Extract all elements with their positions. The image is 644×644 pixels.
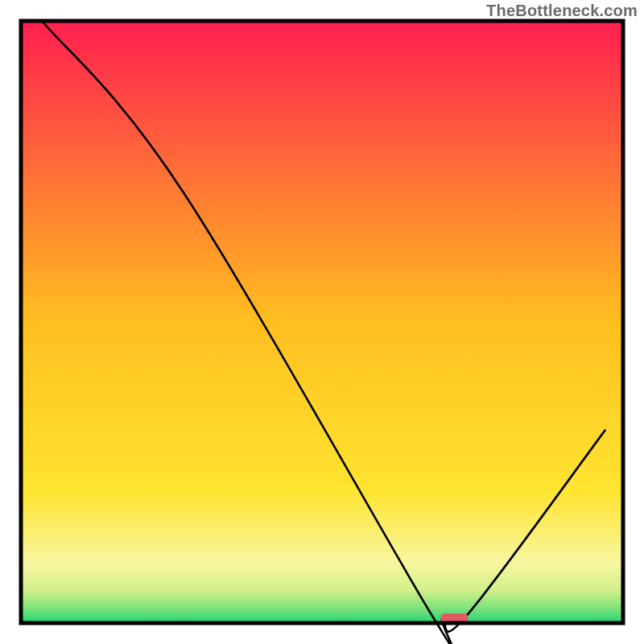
bottleneck-chart: TheBottleneck.com	[0, 0, 644, 644]
plot-background	[21, 21, 623, 623]
watermark-text: TheBottleneck.com	[486, 2, 638, 20]
chart-svg	[0, 0, 644, 644]
